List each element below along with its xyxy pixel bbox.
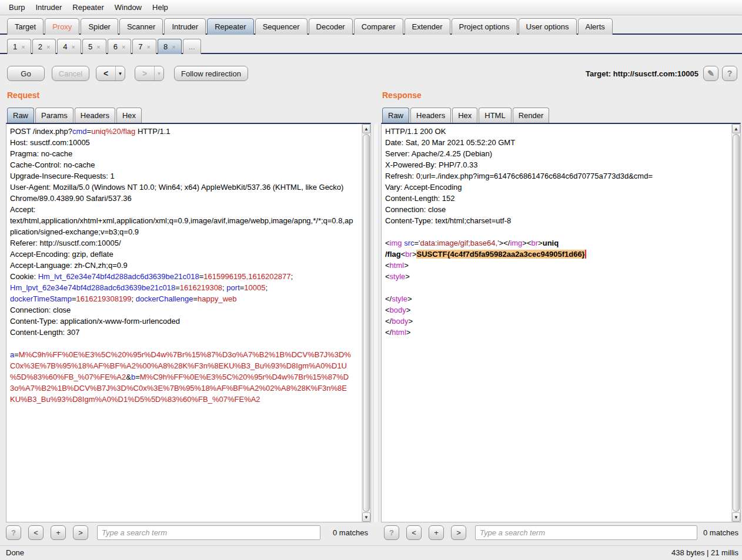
main-tab-decoder[interactable]: Decoder xyxy=(309,18,353,35)
repeater-tab-7[interactable]: 7× xyxy=(132,39,156,54)
editor-line: Accept: xyxy=(10,204,362,215)
next-request-button[interactable]: > ▼ xyxy=(135,66,164,81)
search-next-button[interactable]: > xyxy=(73,525,88,540)
repeater-tab-4[interactable]: 4× xyxy=(57,39,81,54)
tab-label: User options xyxy=(526,22,569,31)
menu-item-intruder[interactable]: Intruder xyxy=(30,1,67,14)
request-text[interactable]: POST /index.php?cmd=uniq%20/flag HTTP/1.… xyxy=(6,124,362,522)
editor-line: Cookie: Hm_lvt_62e34e74bf4d288adc6d3639b… xyxy=(10,271,362,282)
tab-label: Decoder xyxy=(316,22,345,31)
editor-line: <style> xyxy=(385,271,731,282)
close-tab-icon[interactable]: × xyxy=(122,43,125,51)
repeater-tab-8[interactable]: 8× xyxy=(158,39,182,54)
request-view-tab-params[interactable]: Params xyxy=(35,108,73,123)
main-tab-sequencer[interactable]: Sequencer xyxy=(255,18,308,35)
request-search-input[interactable] xyxy=(97,525,320,540)
editor-line: C0x%3E%7B%95%18%AF%BF%A2%00%A8%28K%F3n%8… xyxy=(10,360,362,371)
tab-label: 4 xyxy=(63,42,67,51)
request-scrollbar[interactable]: ▲ ▼ xyxy=(362,124,370,522)
menu-item-repeater[interactable]: Repeater xyxy=(67,1,109,14)
editor-line: <body> xyxy=(385,304,731,316)
dropdown-arrow-icon[interactable]: ▼ xyxy=(115,66,125,81)
main-tab-intruder[interactable]: Intruder xyxy=(164,18,206,35)
main-tab-repeater[interactable]: Repeater xyxy=(207,18,253,35)
repeater-tab-5[interactable]: 5× xyxy=(82,39,106,54)
cancel-button[interactable]: Cancel xyxy=(52,66,89,81)
main-tab-proxy[interactable]: Proxy xyxy=(45,18,79,35)
response-view-tab-raw[interactable]: Raw xyxy=(382,108,409,123)
tab-label: Proxy xyxy=(52,22,72,31)
editor-line: User-Agent: Mozilla/5.0 (Windows NT 10.0… xyxy=(10,182,362,193)
prev-request-button[interactable]: < ▼ xyxy=(96,66,125,81)
main-tab-alerts[interactable]: Alerts xyxy=(578,18,613,35)
search-help-button[interactable]: ? xyxy=(384,525,399,540)
repeater-tab-6[interactable]: 6× xyxy=(108,39,132,54)
request-match-count: 0 matches xyxy=(333,525,368,541)
request-view-tab-hex[interactable]: Hex xyxy=(116,108,142,123)
response-view-tab-html[interactable]: HTML xyxy=(479,108,511,123)
main-tab-target[interactable]: Target xyxy=(7,18,44,35)
chevron-right-icon: > xyxy=(135,69,154,78)
main-tab-spider[interactable]: Spider xyxy=(81,18,118,35)
repeater-tab-1[interactable]: 1× xyxy=(7,39,31,54)
dropdown-arrow-icon[interactable]: ▼ xyxy=(154,66,163,81)
response-search-input[interactable] xyxy=(475,525,697,540)
response-view-tab-headers[interactable]: Headers xyxy=(410,108,451,123)
response-view-tab-render[interactable]: Render xyxy=(513,108,550,123)
menu-item-help[interactable]: Help xyxy=(147,1,173,14)
status-bar: Done 438 bytes | 21 millis xyxy=(0,545,742,560)
main-tab-comparer[interactable]: Comparer xyxy=(354,18,403,35)
response-view-tab-hex[interactable]: Hex xyxy=(452,108,477,123)
close-tab-icon[interactable]: × xyxy=(21,43,25,51)
edit-target-button[interactable]: ✎ xyxy=(703,66,718,81)
tab-label: Hex xyxy=(458,111,472,120)
search-prev-button[interactable]: < xyxy=(28,525,44,540)
scroll-up-icon[interactable]: ▲ xyxy=(362,124,370,133)
close-tab-icon[interactable]: × xyxy=(46,43,50,51)
main-tab-project-options[interactable]: Project options xyxy=(452,18,517,35)
target-info: Target: http://susctf.com:10005 xyxy=(586,69,698,78)
scrollbar-thumb[interactable] xyxy=(363,134,370,512)
scroll-down-icon[interactable]: ▼ xyxy=(362,512,370,522)
help-button[interactable]: ? xyxy=(722,66,737,81)
burp-suite-window: BurpIntruderRepeaterWindowHelp TargetPro… xyxy=(0,0,742,560)
close-tab-icon[interactable]: × xyxy=(96,43,100,51)
response-scrollbar[interactable]: ▲ ▼ xyxy=(731,124,740,522)
close-tab-icon[interactable]: × xyxy=(172,43,175,51)
response-editor[interactable]: HTTP/1.1 200 OKDate: Sat, 20 Mar 2021 05… xyxy=(381,123,741,522)
request-editor[interactable]: POST /index.php?cmd=uniq%20/flag HTTP/1.… xyxy=(6,123,371,522)
response-text[interactable]: HTTP/1.1 200 OKDate: Sat, 20 Mar 2021 05… xyxy=(382,124,731,522)
tab-label: Target xyxy=(15,22,36,31)
repeater-tab-dots[interactable]: ... xyxy=(183,39,201,54)
split-pane-divider[interactable] xyxy=(373,124,379,522)
editor-line xyxy=(10,338,362,349)
request-view-tab-headers[interactable]: Headers xyxy=(75,108,115,123)
request-view-tab-raw[interactable]: Raw xyxy=(7,108,34,123)
menu-item-burp[interactable]: Burp xyxy=(4,1,30,14)
search-help-button[interactable]: ? xyxy=(6,525,21,540)
scroll-up-icon[interactable]: ▲ xyxy=(732,124,740,133)
search-options-button[interactable]: + xyxy=(51,525,66,540)
menu-item-window[interactable]: Window xyxy=(109,1,147,14)
search-prev-button[interactable]: < xyxy=(406,525,422,540)
repeater-tab-2[interactable]: 2× xyxy=(32,39,56,54)
response-tab-bar: RawHeadersHexHTMLRender xyxy=(382,107,741,123)
target-label: Target: xyxy=(586,69,611,78)
scrollbar-thumb[interactable] xyxy=(733,134,740,512)
response-match-count: 0 matches xyxy=(703,525,738,541)
main-tab-user-options[interactable]: User options xyxy=(519,18,577,35)
search-next-button[interactable]: > xyxy=(451,525,466,540)
close-tab-icon[interactable]: × xyxy=(72,43,75,51)
tab-label: ... xyxy=(189,42,195,51)
close-tab-icon[interactable]: × xyxy=(147,43,151,51)
main-tab-extender[interactable]: Extender xyxy=(405,18,450,35)
scroll-down-icon[interactable]: ▼ xyxy=(732,512,740,522)
editor-line xyxy=(385,282,731,293)
editor-line: Connection: close xyxy=(385,204,731,215)
tab-label: Raw xyxy=(388,111,403,120)
follow-redirection-button[interactable]: Follow redirection xyxy=(174,66,248,81)
tab-label: Render xyxy=(519,111,544,120)
main-tab-scanner[interactable]: Scanner xyxy=(119,18,163,35)
search-options-button[interactable]: + xyxy=(429,525,444,540)
go-button[interactable]: Go xyxy=(7,66,45,81)
